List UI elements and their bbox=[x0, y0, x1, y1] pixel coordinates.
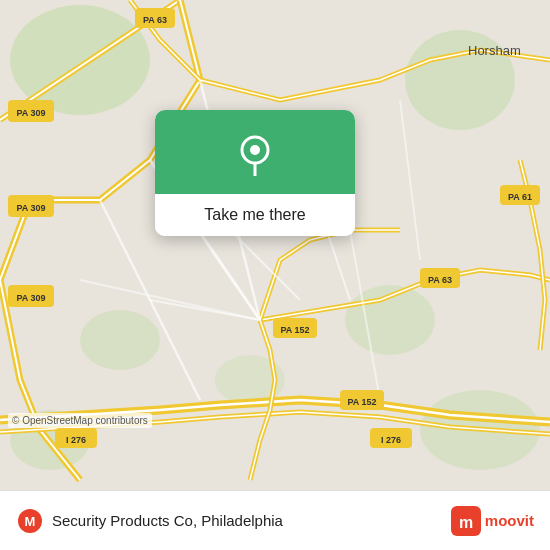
copyright-text: © OpenStreetMap contributors bbox=[8, 413, 152, 428]
take-me-there-button[interactable]: Take me there bbox=[155, 194, 355, 236]
svg-text:m: m bbox=[459, 514, 473, 531]
svg-text:I 276: I 276 bbox=[381, 435, 401, 445]
moovit-logo: m moovit bbox=[451, 506, 534, 536]
svg-text:I 276: I 276 bbox=[66, 435, 86, 445]
moovit-brand-icon: m bbox=[451, 506, 481, 536]
svg-text:PA 63: PA 63 bbox=[143, 15, 167, 25]
moovit-pin-icon: M bbox=[16, 507, 44, 535]
svg-text:PA 309: PA 309 bbox=[16, 203, 45, 213]
svg-text:Horsham: Horsham bbox=[468, 43, 521, 58]
location-card: Take me there bbox=[155, 110, 355, 236]
svg-point-43 bbox=[250, 145, 260, 155]
svg-text:PA 309: PA 309 bbox=[16, 293, 45, 303]
svg-text:PA 152: PA 152 bbox=[347, 397, 376, 407]
card-green-header bbox=[155, 110, 355, 194]
svg-point-4 bbox=[80, 310, 160, 370]
svg-text:PA 61: PA 61 bbox=[508, 192, 532, 202]
svg-text:PA 309: PA 309 bbox=[16, 108, 45, 118]
location-pin-icon bbox=[233, 132, 277, 176]
svg-text:PA 63: PA 63 bbox=[428, 275, 452, 285]
svg-text:PA 152: PA 152 bbox=[280, 325, 309, 335]
location-name: Security Products Co, Philadelphia bbox=[52, 512, 283, 529]
bottom-bar: M Security Products Co, Philadelphia m m… bbox=[0, 490, 550, 550]
svg-text:M: M bbox=[25, 514, 36, 529]
map-container: PA 309 PA 309 PA 309 PA 63 PA 63 PA 152 … bbox=[0, 0, 550, 490]
moovit-label: moovit bbox=[485, 512, 534, 529]
